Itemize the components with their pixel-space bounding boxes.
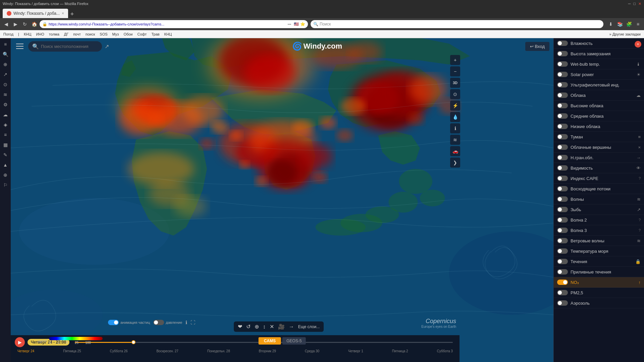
sidebar-triangle-icon[interactable]: ▲: [1, 161, 9, 169]
bookmark-sos[interactable]: SOS: [98, 32, 109, 37]
cape-toggle[interactable]: [557, 176, 568, 181]
updrafts-toggle[interactable]: [557, 186, 568, 191]
home-button[interactable]: 🏠: [30, 20, 38, 28]
sign-in-button[interactable]: ↩ Вход: [525, 42, 549, 51]
bookmark-tolma[interactable]: толма: [47, 32, 61, 37]
bookmark-search[interactable]: поиск: [84, 32, 97, 37]
no2-toggle[interactable]: [557, 280, 568, 285]
panel-item-fog[interactable]: Туман ≡: [554, 132, 644, 142]
currents-toggle[interactable]: [557, 259, 568, 264]
location-search-input[interactable]: [41, 44, 98, 49]
panel-toggle-button[interactable]: ❯: [450, 158, 460, 168]
sidebar-share-icon[interactable]: ↗: [1, 70, 9, 78]
download-button[interactable]: ⬇: [607, 20, 615, 28]
cams-button[interactable]: CAMS: [259, 337, 281, 345]
settings-button[interactable]: ≋: [450, 135, 460, 145]
panel-item-clouds[interactable]: Облака ☁: [554, 90, 644, 101]
map-area[interactable]: 🔍 ↗ 🌀 Windy.com ↩ Вход + −: [11, 38, 553, 362]
panel-item-wind-waves[interactable]: Ветровые волны ≋: [554, 236, 644, 246]
zoom-in-button[interactable]: +: [450, 55, 460, 65]
panel-item-cloud-tops[interactable]: Облачные вершины ×: [554, 142, 644, 153]
sidebar-edit-icon[interactable]: ✎: [1, 151, 9, 159]
sea-temp-toggle[interactable]: [557, 248, 568, 254]
particle-toggle-switch[interactable]: [108, 320, 119, 325]
panel-item-aerosol[interactable]: Аэрозоль: [554, 298, 644, 308]
reload-button[interactable]: ↻: [21, 20, 29, 28]
bookmark-soft[interactable]: Софт: [136, 32, 149, 37]
solar-toggle[interactable]: [557, 72, 568, 77]
date-thu24[interactable]: Четверг 24: [17, 349, 34, 353]
bookmark-trav[interactable]: Трав: [149, 32, 161, 37]
export-icon[interactable]: →: [287, 323, 296, 330]
sidebar-add-icon[interactable]: ⊕: [1, 171, 9, 179]
waves-toggle[interactable]: [557, 196, 568, 202]
sidebar-search-icon[interactable]: 🔍: [1, 50, 9, 58]
bookmark-music[interactable]: Муз: [110, 32, 121, 37]
more-layers-button[interactable]: Еще слои...: [297, 324, 321, 330]
cross-icon[interactable]: ✕: [268, 323, 275, 330]
bookmark-knc[interactable]: КНЦ: [22, 32, 34, 37]
clouds-toggle[interactable]: [557, 93, 568, 98]
pressure-toggle[interactable]: давление: [153, 320, 182, 325]
pm25-toggle[interactable]: [557, 290, 568, 295]
high-clouds-toggle[interactable]: [557, 103, 568, 108]
panel-item-currents[interactable]: Течения 🔒: [554, 256, 644, 267]
date-tue29[interactable]: Вторник 29: [259, 349, 276, 353]
sidebar-table-icon[interactable]: ▦: [1, 141, 9, 149]
back-button[interactable]: ◀: [2, 20, 10, 28]
tab-close-button[interactable]: ×: [62, 11, 64, 16]
date-thu1[interactable]: Четверг 1: [348, 349, 363, 353]
collapse-button[interactable]: 🚗: [450, 146, 460, 156]
bookmark-dg[interactable]: ДГ: [62, 32, 70, 37]
rain-button[interactable]: 💧: [450, 112, 460, 122]
date-sun27[interactable]: Воскресен. 27: [156, 349, 178, 353]
freezing-toggle[interactable]: [557, 51, 568, 56]
mid-clouds-toggle[interactable]: [557, 113, 568, 119]
compass-button[interactable]: ⊙: [450, 89, 460, 99]
panel-item-cloud-base[interactable]: Н.гран.обл. →: [554, 153, 644, 163]
wave2-toggle[interactable]: [557, 217, 568, 223]
panel-item-wave3[interactable]: Волна 3 ?: [554, 225, 644, 236]
panel-item-no2[interactable]: NO₂ ↑: [554, 277, 644, 288]
wave3-toggle[interactable]: [557, 228, 568, 233]
panel-item-humidity[interactable]: Влажность 💧: [554, 38, 644, 49]
sidebar-flag-icon[interactable]: ⚐: [1, 181, 9, 189]
lightning-button[interactable]: ⚡: [450, 101, 460, 111]
uv-toggle[interactable]: [557, 82, 568, 87]
cloud-tops-toggle[interactable]: [557, 144, 568, 150]
camera-icon[interactable]: 🎥: [277, 323, 286, 330]
sidebar-cloud-icon[interactable]: ☁: [1, 111, 9, 119]
panel-item-wave2[interactable]: Волна 2 ?: [554, 215, 644, 225]
panel-item-visibility[interactable]: Видимость 👁: [554, 163, 644, 173]
fog-toggle[interactable]: [557, 134, 568, 139]
date-sat26[interactable]: Суббота 26: [110, 349, 128, 353]
sidebar-grid-icon[interactable]: ◈: [1, 121, 9, 129]
date-fri25[interactable]: Пятница 25: [63, 349, 81, 353]
play-button[interactable]: ▶: [15, 337, 25, 347]
cloud-base-toggle[interactable]: [557, 155, 568, 160]
rotate-icon[interactable]: ↺: [245, 323, 252, 330]
panel-item-waves[interactable]: Волны ≋: [554, 194, 644, 204]
favorite-icon[interactable]: ❤: [236, 323, 244, 330]
wind-waves-toggle[interactable]: [557, 238, 568, 243]
tidal-toggle[interactable]: [557, 269, 568, 275]
particle-animation-toggle[interactable]: анимация частиц: [108, 320, 150, 325]
panel-item-low-clouds[interactable]: Низкие облака: [554, 121, 644, 132]
3d-button[interactable]: 3D: [450, 78, 460, 88]
panel-item-freezing[interactable]: Высота замерзания: [554, 49, 644, 59]
new-tab-button[interactable]: +: [68, 10, 76, 18]
location-search-box[interactable]: 🔍: [28, 41, 102, 52]
bookmark-more[interactable]: » Другие закладки: [607, 32, 643, 37]
bookmark-ino[interactable]: ИНО: [34, 32, 46, 37]
panel-item-updrafts[interactable]: Восходящие потоки: [554, 184, 644, 194]
panel-item-swell[interactable]: Зыбь ↗: [554, 204, 644, 215]
panel-item-cape[interactable]: Индекс CAPE ?: [554, 173, 644, 184]
geos-button[interactable]: GEOS-5: [282, 337, 306, 345]
visibility-toggle[interactable]: [557, 165, 568, 171]
panel-item-pm25[interactable]: PM2,5: [554, 288, 644, 298]
browser-tab-active[interactable]: Windy: Показать / доба... ×: [3, 9, 68, 18]
swell-toggle[interactable]: [557, 207, 568, 212]
date-sat3[interactable]: Суббота 3: [437, 349, 453, 353]
panel-close-button[interactable]: ×: [635, 41, 641, 48]
sidebar-wind-icon[interactable]: ≋: [1, 90, 9, 99]
